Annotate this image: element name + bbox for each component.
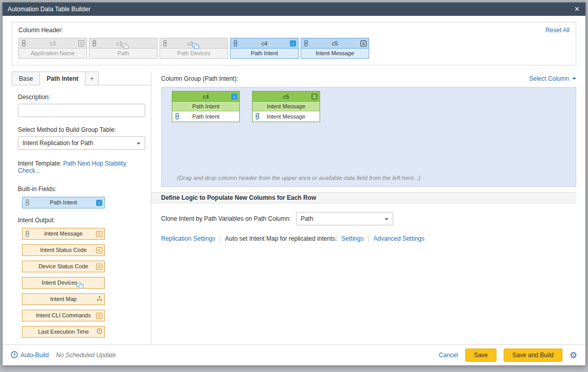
clock-type-icon <box>97 327 102 337</box>
link-icon <box>163 40 167 46</box>
link-icon <box>92 40 97 46</box>
group-column-field: Path Intent <box>172 111 239 122</box>
reset-all-link[interactable]: Reset All <box>546 27 570 34</box>
output-field-intent-status-code[interactable]: Intent Status Code S <box>22 244 105 256</box>
dialog-content: Column Header: Reset All c3 S Applicatio… <box>3 16 585 344</box>
method-label: Select Method to Build Group Table: <box>18 126 145 133</box>
intent-template-row: Intent Template: Path Next Hop Stability… <box>18 160 145 174</box>
link-icon <box>25 199 30 206</box>
column-id: c4 <box>261 40 267 46</box>
column-chip-c2[interactable]: c2 Path Devices <box>160 38 228 59</box>
devices-type-icon <box>192 43 198 49</box>
link-icon <box>25 230 30 237</box>
column-id: c3 <box>50 40 56 46</box>
automation-data-table-builder-dialog: Automation Data Table Builder × Column H… <box>2 2 586 366</box>
clone-intent-label: Clone Intent by Path Variables on Path C… <box>161 215 291 222</box>
right-panel: Column Group (Path Intent): Select Colum… <box>151 72 576 344</box>
method-select[interactable]: Intent Replication for Path <box>18 136 145 150</box>
string-type-icon: S <box>78 40 84 46</box>
column-id: c5 <box>332 40 338 46</box>
title-bar: Automation Data Table Builder × <box>3 3 585 16</box>
description-input[interactable] <box>18 104 145 117</box>
output-field-intent-cli-commands[interactable]: Intent CLI Commands S <box>22 310 105 321</box>
group-column-id: c4 <box>203 94 209 100</box>
group-field-label: Path Intent <box>192 113 219 120</box>
define-logic-body: Clone Intent by Path Variables on Path C… <box>151 203 576 242</box>
tab-path-intent[interactable]: Path Intent <box>39 72 85 85</box>
tab-base[interactable]: Base <box>12 72 40 85</box>
string-type-icon: S <box>96 264 102 270</box>
field-label: Device Status Code <box>38 263 88 269</box>
column-name: Path Intent <box>231 49 298 58</box>
field-label: Intent Status Code <box>40 247 86 253</box>
output-field-device-status-code[interactable]: Device Status Code S <box>22 261 105 272</box>
auto-set-intent-map-label: Auto set Intent Map for replicated inten… <box>225 235 337 242</box>
add-tab-button[interactable]: + <box>85 72 99 85</box>
group-column-c4[interactable]: c4 i Path Intent Path Intent <box>172 91 240 122</box>
drop-hint-text: (Drag and drop column header from the up… <box>177 175 420 181</box>
string-type-icon: S <box>360 40 367 46</box>
intent-type-icon: i <box>96 200 102 206</box>
link-icon <box>233 40 238 46</box>
field-label: Intent Devices <box>42 280 78 286</box>
left-panel-body: Description: Select Method to Build Grou… <box>12 85 151 344</box>
auto-build-button[interactable]: Auto-Build <box>11 351 49 360</box>
link-icon <box>175 113 179 120</box>
gear-icon[interactable]: ⚙ <box>570 351 577 360</box>
path-column-select-value: Path <box>301 215 313 222</box>
built-in-field-path-intent[interactable]: Path Intent i <box>22 197 105 208</box>
column-chip-c1[interactable]: c1 Path <box>89 38 157 59</box>
column-header-label: Column Header: <box>18 27 63 34</box>
intent-template-label: Intent Template: <box>18 160 61 167</box>
column-name: Application Name <box>19 49 86 58</box>
column-header-section: Column Header: Reset All c3 S Applicatio… <box>12 22 576 65</box>
column-name: Path <box>89 49 157 58</box>
link-icon <box>304 40 308 46</box>
output-field-last-execution-time[interactable]: Last Execution Time <box>22 326 105 338</box>
output-field-intent-devices[interactable]: Intent Devices <box>22 277 105 289</box>
group-column-type: Intent Message <box>253 102 320 111</box>
output-field-intent-message[interactable]: Intent Message S <box>22 228 105 240</box>
footer-bar: Auto-Build No Scheduled Update Cancel Sa… <box>3 344 585 365</box>
devices-type-icon <box>77 283 83 289</box>
replication-settings-link[interactable]: Replication Settings <box>161 235 215 242</box>
method-select-value: Intent Replication for Path <box>22 140 93 147</box>
cancel-button[interactable]: Cancel <box>439 352 458 359</box>
select-column-dropdown[interactable]: Select Column <box>529 75 576 82</box>
intent-type-icon: i <box>231 94 237 100</box>
divider <box>368 236 369 242</box>
advanced-settings-link[interactable]: Advanced Settings <box>373 235 424 242</box>
group-column-id: c5 <box>283 94 289 100</box>
group-column-c5[interactable]: c5 S Intent Message Intent Message <box>252 91 320 122</box>
link-icon <box>21 40 26 46</box>
column-header-chips: c3 S Application Name c1 Path <box>18 38 570 59</box>
save-button[interactable]: Save <box>465 348 496 362</box>
close-icon[interactable]: × <box>574 5 580 13</box>
window-title: Automation Data Table Builder <box>8 6 574 13</box>
field-label: Intent Map <box>50 296 77 302</box>
field-label: Path Intent <box>50 199 77 205</box>
path-column-select[interactable]: Path <box>296 212 393 225</box>
built-in-fields-label: Built-in Fields: <box>18 185 145 193</box>
auto-build-clock-icon <box>11 351 18 360</box>
define-logic-header: Define Logic to Populate New Columns for… <box>151 192 576 203</box>
column-name: Path Devices <box>160 49 228 58</box>
column-chip-c4[interactable]: c4 i Path Intent <box>230 38 299 59</box>
column-group-drop-area[interactable]: c4 i Path Intent Path Intent c5 S <box>161 87 576 187</box>
string-type-icon: S <box>311 94 318 100</box>
divider <box>220 236 220 242</box>
save-and-build-button[interactable]: Save and Build <box>504 348 562 362</box>
column-group-label: Column Group (Path Intent): <box>161 75 238 82</box>
link-icon <box>255 113 260 120</box>
group-field-label: Intent Message <box>267 113 305 120</box>
main-area: Base Path Intent + Description: Select M… <box>12 72 576 344</box>
output-field-intent-map[interactable]: Intent Map <box>22 293 105 305</box>
settings-link[interactable]: Settings <box>342 235 364 242</box>
field-label: Last Execution Time <box>38 329 88 335</box>
column-chip-c3[interactable]: c3 S Application Name <box>18 38 87 59</box>
field-label: Intent CLI Commands <box>36 312 91 318</box>
column-chip-c5[interactable]: c5 S Intent Message <box>301 38 369 59</box>
schedule-status: No Scheduled Update <box>56 352 116 359</box>
left-tabs: Base Path Intent + <box>12 72 151 85</box>
path-type-icon <box>122 43 128 49</box>
